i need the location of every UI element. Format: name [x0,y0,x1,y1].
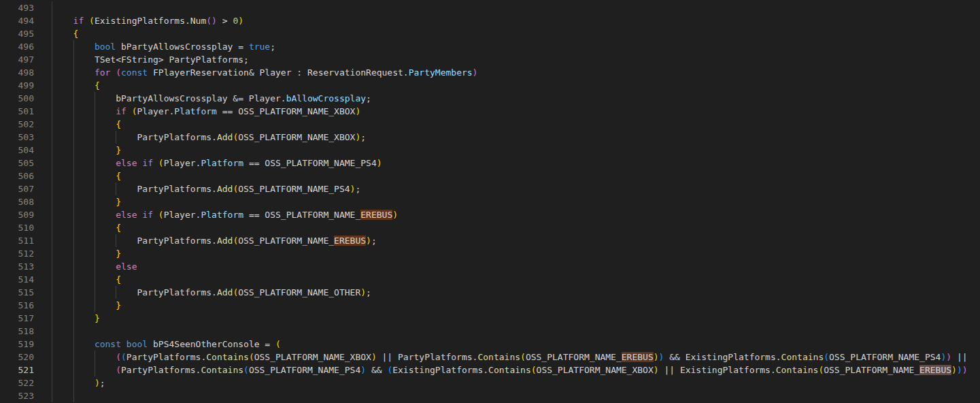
token: PartyPlatforms. [137,132,217,142]
token: OSS_PLATFORM_NAME_ [526,352,622,362]
find-match-highlight: EREBUS [360,210,392,220]
code-text: PartyPlatforms.Add(OSS_PLATFORM_NAME_OTH… [137,286,371,299]
token: ) [946,352,951,362]
code-text: if (ExistingPlatforms.Num() > 0) [73,14,243,27]
token: TSet<FString> PartyPlatforms; [95,54,249,65]
code-line[interactable]: 520((PartyPlatforms.Contains(OSS_PLATFOR… [0,351,980,364]
code-line[interactable]: 496bool bPartyAllowsCrossplay = true; [0,40,980,53]
token: } [116,197,121,207]
indent-guide [52,234,52,247]
indent-guide [52,247,52,260]
token: PartyPlatforms. [137,184,217,194]
token: PartyPlatforms. [121,365,201,375]
token: { [116,274,121,285]
code-line[interactable]: 521(PartyPlatforms.Contains(OSS_PLATFORM… [0,364,980,376]
indent-guide [52,338,52,351]
code-line[interactable]: 513else [0,260,980,273]
code-line[interactable]: 504} [0,144,980,157]
token: true [249,42,270,52]
indent-guide [52,221,52,234]
token: ) [238,16,243,26]
code-line[interactable]: 503PartyPlatforms.Add(OSS_PLATFORM_NAME_… [0,131,980,144]
code-text: ); [95,376,105,389]
code-line[interactable]: 507PartyPlatforms.Add(OSS_PLATFORM_NAME_… [0,182,980,195]
line-number: 504 [0,144,34,157]
code-line[interactable]: 501if (Player.Platform == OSS_PLATFORM_N… [0,105,980,118]
indent-guide [73,312,74,325]
code-line[interactable]: 494if (ExistingPlatforms.Num() > 0) [0,14,980,27]
indent-guide [95,170,95,182]
indent-guide [52,66,52,79]
code-text: } [116,299,121,312]
code-text: { [116,221,121,234]
indent-guide [52,208,52,221]
indent-guide [95,364,95,376]
indent-guide [52,105,52,118]
code-line[interactable]: 498for (const FPlayerReservation& Player… [0,66,980,79]
token: Add [217,287,233,297]
code-line[interactable]: 497TSet<FString> PartyPlatforms; [0,53,980,66]
code-line[interactable]: 506{ [0,170,980,182]
token: bAllowCrossplay [286,93,366,103]
indent-guide [52,144,52,157]
token: ; [270,42,275,52]
indent-guide [73,273,74,286]
code-text: } [116,247,121,260]
code-line[interactable]: 502{ [0,118,980,131]
code-area[interactable]: 493494if (ExistingPlatforms.Num() > 0)49… [0,1,980,402]
code-line[interactable]: 508} [0,195,980,208]
line-number: 496 [0,40,34,53]
token: ( [824,352,829,362]
code-line[interactable]: 515PartyPlatforms.Add(OSS_PLATFORM_NAME_… [0,286,980,299]
token: { [116,119,121,129]
code-line[interactable]: 523 [0,389,980,402]
code-line[interactable]: 522); [0,376,980,389]
token: ; [366,287,371,297]
code-line[interactable]: 511PartyPlatforms.Add(OSS_PLATFORM_NAME_… [0,234,980,247]
code-line[interactable]: 499{ [0,79,980,92]
token: if [116,106,126,116]
code-line[interactable]: 495{ [0,27,980,40]
indent-guide [95,144,95,157]
token: OSS_PLATFORM_NAME_PS4 [829,352,941,362]
token: ) [957,365,962,375]
token: else [116,210,137,220]
code-line[interactable]: 512} [0,247,980,260]
token: else [116,158,137,168]
token: if [73,16,84,26]
code-line[interactable]: 518 [0,325,980,338]
indent-guide [95,221,95,234]
indent-guide [52,92,52,105]
token: { [73,29,79,39]
token: ( [243,365,249,375]
code-line[interactable]: 500bPartyAllowsCrossplay &= Player.bAllo… [0,92,980,105]
indent-guide [73,247,74,260]
code-line[interactable]: 519const bool bPS4SeenOtherConsole = ( [0,338,980,351]
token: ) [654,352,659,362]
code-line[interactable]: 509else if (Player.Platform == OSS_PLATF… [0,208,980,221]
token: ) [360,287,366,297]
line-number: 494 [0,14,34,27]
token: ) [355,106,360,116]
indent-guide [73,170,74,182]
indent-guide [95,286,95,299]
code-text: else [116,260,137,273]
token: Contains [776,365,819,375]
line-number: 506 [0,170,34,182]
code-line[interactable]: 510{ [0,221,980,234]
line-number: 507 [0,182,34,195]
code-line[interactable]: 514{ [0,273,980,286]
indent-guide [52,389,52,402]
indent-guide [73,157,74,170]
token [126,106,132,116]
code-line[interactable]: 493 [0,1,980,14]
code-text: TSet<FString> PartyPlatforms; [95,53,249,66]
code-line[interactable]: 517} [0,312,980,325]
code-text: else if (Player.Platform == OSS_PLATFORM… [116,208,398,221]
code-line[interactable]: 516} [0,299,980,312]
code-line[interactable]: 505else if (Player.Platform == OSS_PLATF… [0,157,980,170]
code-text: ((PartyPlatforms.Contains(OSS_PLATFORM_N… [116,351,967,364]
line-number: 515 [0,286,34,299]
token: ) [392,210,398,220]
token: ) [377,158,382,168]
